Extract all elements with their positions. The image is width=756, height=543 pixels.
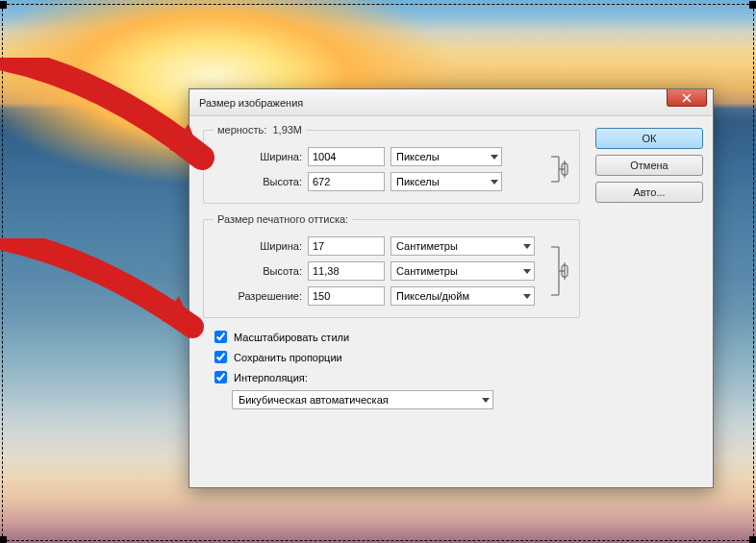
print-width-input[interactable] xyxy=(308,236,385,256)
combo-value: Пикселы xyxy=(396,151,440,162)
pixel-dimensions-group: мерность: 1,93M Ширина: Пикселы xyxy=(203,124,580,204)
print-size-legend: Размер печатного оттиска: xyxy=(214,213,352,225)
annotation-arrow xyxy=(0,238,212,344)
combo-value: Пикселы/дюйм xyxy=(396,290,469,302)
print-width-label: Ширина: xyxy=(214,240,302,252)
pixel-width-label: Ширина: xyxy=(214,151,302,162)
crop-handle-tr[interactable] xyxy=(749,1,756,9)
scale-styles-label: Масштабировать стили xyxy=(234,332,349,343)
print-height-input[interactable] xyxy=(308,261,385,281)
interpolation-combo[interactable]: Бикубическая автоматическая xyxy=(232,390,493,409)
pixel-dimensions-legend: мерность: 1,93M xyxy=(214,124,306,136)
pixel-height-unit-combo[interactable]: Пикселы xyxy=(391,172,502,191)
crop-handle-tl[interactable] xyxy=(0,1,7,9)
combo-value: Пикселы xyxy=(396,176,440,187)
image-size-dialog: Размер изображения мерность: 1,93M Ширин… xyxy=(189,88,714,488)
print-height-label: Высота: xyxy=(214,265,302,277)
close-button[interactable] xyxy=(667,89,707,107)
scale-styles-checkbox-row: Масштабировать стили xyxy=(211,328,580,346)
combo-value: Сантиметры xyxy=(396,240,458,252)
print-height-unit-combo[interactable]: Сантиметры xyxy=(391,261,535,281)
scale-styles-checkbox[interactable] xyxy=(214,331,227,343)
resolution-unit-combo[interactable]: Пикселы/дюйм xyxy=(391,286,535,306)
cancel-button[interactable]: Отмена xyxy=(595,155,703,176)
close-icon xyxy=(681,93,693,103)
resolution-label: Разрешение: xyxy=(214,290,302,302)
constrain-checkbox[interactable] xyxy=(214,351,227,363)
print-size-group: Размер печатного оттиска: Ширина: Сантим… xyxy=(203,213,580,318)
chevron-down-icon xyxy=(523,294,531,299)
print-width-unit-combo[interactable]: Сантиметры xyxy=(391,236,535,256)
chevron-down-icon xyxy=(482,398,490,403)
chevron-down-icon xyxy=(523,244,531,249)
interpolate-label: Интерполяция: xyxy=(234,372,308,383)
interpolate-checkbox[interactable] xyxy=(214,371,227,383)
dialog-title: Размер изображения xyxy=(199,97,303,109)
pixel-width-input[interactable] xyxy=(308,147,385,166)
chevron-down-icon xyxy=(523,269,531,274)
pixel-height-label: Высота: xyxy=(214,176,302,187)
crop-handle-bl[interactable] xyxy=(0,536,7,543)
constrain-link-icon[interactable] xyxy=(548,236,569,306)
interpolate-checkbox-row: Интерполяция: xyxy=(211,368,580,386)
constrain-checkbox-row: Сохранить пропорции xyxy=(211,348,580,366)
constrain-label: Сохранить пропорции xyxy=(234,352,342,363)
resolution-input[interactable] xyxy=(308,286,385,306)
combo-value: Сантиметры xyxy=(396,265,458,277)
auto-button[interactable]: Авто... xyxy=(595,182,703,203)
pixel-width-unit-combo[interactable]: Пикселы xyxy=(391,147,502,166)
ok-button[interactable]: ОК xyxy=(595,128,703,149)
chevron-down-icon xyxy=(491,180,498,185)
chevron-down-icon xyxy=(491,155,498,160)
combo-value: Бикубическая автоматическая xyxy=(239,394,389,406)
constrain-link-icon[interactable] xyxy=(548,147,569,191)
dialog-titlebar[interactable]: Размер изображения xyxy=(189,89,713,116)
pixel-height-input[interactable] xyxy=(308,172,385,191)
crop-handle-br[interactable] xyxy=(749,536,756,543)
